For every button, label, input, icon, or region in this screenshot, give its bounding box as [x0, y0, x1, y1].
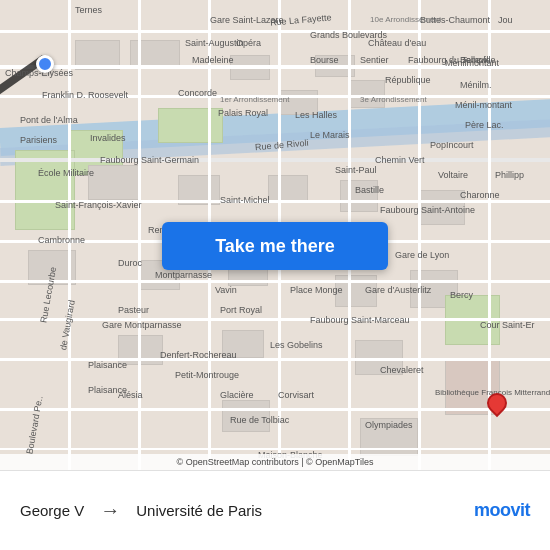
label-st-augustin: Saint-Augustin: [185, 38, 244, 48]
origin-marker: [36, 55, 54, 73]
origin-label: George V: [20, 502, 84, 519]
road-h7: [0, 280, 550, 283]
label-pasteur: Pasteur: [118, 305, 149, 315]
label-gare-lyon: Gare de Lyon: [395, 250, 449, 260]
road-h9: [0, 358, 550, 361]
label-charonne: Charonne: [460, 190, 500, 200]
label-fg-st-antoine: Faubourg Saint-Antoine: [380, 205, 475, 215]
label-fg-st-marceau: Faubourg Saint-Marceau: [310, 315, 410, 325]
label-republique: République: [385, 75, 431, 85]
label-ecole-militaire: École Militaire: [38, 168, 94, 178]
road-h8: [0, 318, 550, 321]
label-marais: Le Marais: [310, 130, 350, 140]
label-st-paul: Saint-Paul: [335, 165, 377, 175]
label-10e-arr: 10e Arrondissement: [370, 15, 441, 24]
dest-marker-shape: [483, 389, 511, 417]
destination-marker: [487, 393, 507, 419]
moovit-logo: moovit: [474, 500, 530, 521]
map-attribution: © OpenStreetMap contributors | © OpenMap…: [0, 454, 550, 470]
label-alesia: Alésia: [118, 390, 143, 400]
label-montparnasse: Montparnasse: [155, 270, 212, 280]
label-3e-arr: 3e Arrondissement: [360, 95, 427, 104]
label-menil: Ménilm.: [460, 80, 492, 90]
label-bercy: Bercy: [450, 290, 473, 300]
label-vavin: Vavin: [215, 285, 237, 295]
block-9: [268, 175, 308, 203]
label-austerlitz: Gare d'Austerlitz: [365, 285, 431, 295]
bottom-bar: George V → Université de Paris moovit: [0, 470, 550, 550]
label-olympiades: Olympiades: [365, 420, 413, 430]
label-sentier: Sentier: [360, 55, 389, 65]
label-chemin-vert: Chemin Vert: [375, 155, 425, 165]
label-pere-lac: Père Lac.: [465, 120, 504, 130]
label-st-francois: Saint-François-Xavier: [55, 200, 142, 210]
route-info: George V → Université de Paris moovit: [20, 499, 530, 522]
label-duroc: Duroc: [118, 258, 142, 268]
label-gare-st-lazare: Gare Saint-Lazare: [210, 15, 284, 25]
park-tuileries: [158, 108, 223, 143]
label-halles: Les Halles: [295, 110, 337, 120]
take-me-there-button[interactable]: Take me there: [162, 222, 388, 270]
label-jou: Jou: [498, 15, 513, 25]
label-place-monge: Place Monge: [290, 285, 343, 295]
label-voltaire: Voltaire: [438, 170, 468, 180]
label-invalides: Invalides: [90, 133, 126, 143]
label-cambronne: Cambronne: [38, 235, 85, 245]
label-st-michel: Saint-Michel: [220, 195, 270, 205]
park-champ-de-mars: [15, 150, 75, 230]
map-container: Rue La Fayette Champs-Élysées Grands Bou…: [0, 0, 550, 470]
label-palais-royal: Palais Royal: [218, 108, 268, 118]
label-bourse: Bourse: [310, 55, 339, 65]
label-denfert: Denfert-Rochereau: [160, 350, 237, 360]
label-plaisance1: Plaisance: [88, 360, 127, 370]
label-1er-arr: 1er Arrondissement: [220, 95, 289, 104]
label-fg-st-germain: Faubourg Saint-Germain: [100, 155, 199, 165]
label-ternes: Ternes: [75, 5, 102, 15]
label-parisiens: Parisiens: [20, 135, 57, 145]
road-h1: [0, 30, 550, 33]
label-bastille: Bastille: [355, 185, 384, 195]
arrow-icon: →: [100, 499, 120, 522]
moovit-brand-text: moovit: [474, 500, 530, 521]
label-tolbiac: Rue de Tolbiac: [230, 415, 289, 425]
label-chateau-eau: Château d'eau: [368, 38, 426, 48]
label-gare-montparnasse: Gare Montparnasse: [102, 320, 182, 330]
label-glaciere: Glacière: [220, 390, 254, 400]
label-franklin: Franklin D. Roosevelt: [42, 90, 128, 100]
road-h4: [0, 158, 550, 162]
label-fg-temple: Faubourg du Temple: [408, 55, 490, 65]
label-cour-st-er: Cour Saint-Er: [480, 320, 535, 330]
road-h10: [0, 408, 550, 411]
label-corvisart: Corvisart: [278, 390, 314, 400]
road-v6: [418, 0, 421, 470]
label-petit-montrouge: Petit-Montrouge: [175, 370, 239, 380]
label-phillipp: Phillipp: [495, 170, 524, 180]
label-port-royal: Port Royal: [220, 305, 262, 315]
label-pont-alma: Pont de l'Alma: [20, 115, 78, 125]
label-popincourt: PopIncourt: [430, 140, 474, 150]
label-madeleine: Madeleine: [192, 55, 234, 65]
label-chevaleret: Chevaleret: [380, 365, 424, 375]
label-concorde: Concorde: [178, 88, 217, 98]
destination-label: Université de Paris: [136, 502, 262, 519]
block-7: [88, 165, 140, 200]
label-menilmontant: Ménil-montant: [455, 100, 512, 110]
label-gobelins: Les Gobelins: [270, 340, 323, 350]
